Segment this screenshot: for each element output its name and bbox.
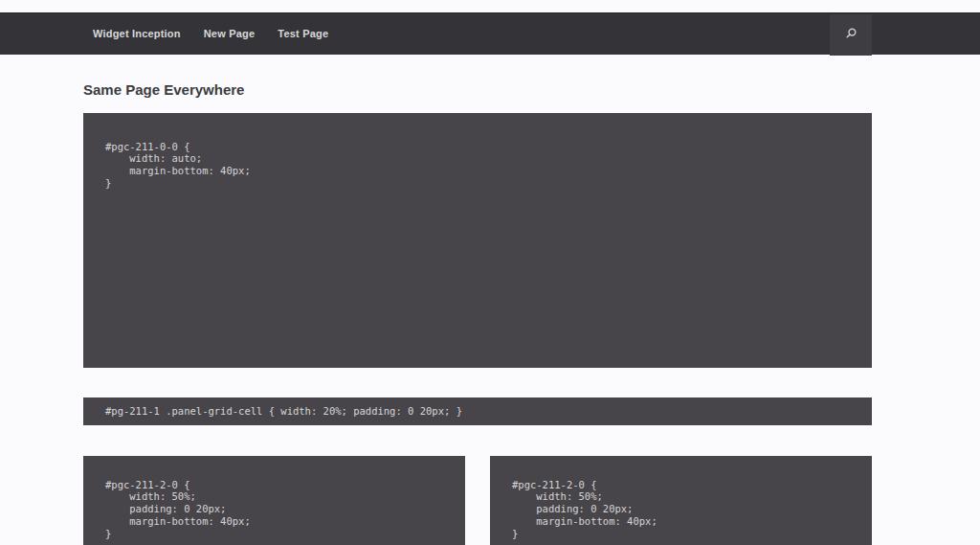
page-content: Same Page Everywhere #pgc-211-0-0 { widt… (83, 55, 872, 545)
css-code-row3-left: #pgc-211-2-0 { width: 50%; padding: 0 20… (105, 479, 446, 540)
css-code-block-row1: #pgc-211-0-0 { width: auto; margin-botto… (83, 113, 872, 368)
nav-item-widget-inception[interactable]: Widget Inception (81, 13, 192, 55)
nav-item-test-page[interactable]: Test Page (266, 13, 340, 55)
bottom-code-row: #pgc-211-2-0 { width: 50%; padding: 0 20… (83, 456, 872, 545)
css-code-row1: #pgc-211-0-0 { width: auto; margin-botto… (105, 141, 851, 190)
css-code-block-row3-left: #pgc-211-2-0 { width: 50%; padding: 0 20… (83, 456, 465, 545)
css-code-row2: #pg-211-1 .panel-grid-cell { width: 20%;… (105, 405, 462, 418)
main-nav: Widget Inception New Page Test Page (0, 12, 980, 55)
search-icon (844, 27, 858, 44)
nav-item-new-page[interactable]: New Page (192, 13, 267, 55)
css-code-row3-right: #pgc-211-2-0 { width: 50%; padding: 0 20… (512, 479, 853, 540)
css-code-block-row2: #pg-211-1 .panel-grid-cell { width: 20%;… (83, 397, 872, 425)
search-button[interactable] (830, 14, 872, 56)
page-title: Same Page Everywhere (83, 55, 872, 99)
css-code-block-row3-right: #pgc-211-2-0 { width: 50%; padding: 0 20… (490, 456, 872, 545)
